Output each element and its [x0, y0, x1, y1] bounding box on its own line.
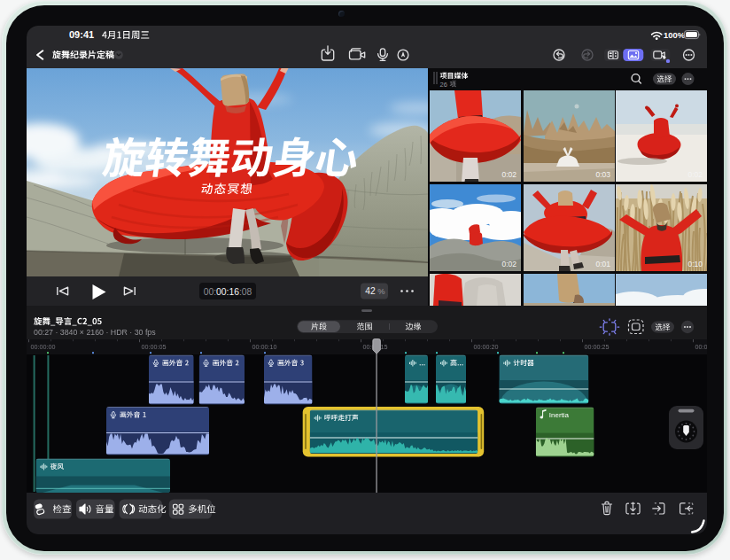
svg-text:0:02: 0:02 [501, 170, 516, 179]
svg-text:00:27 · 3840 × 2160 · HDR · 30: 00:27 · 3840 × 2160 · HDR · 30 fps [34, 328, 156, 337]
svg-text:00:00:05: 00:00:05 [142, 343, 167, 351]
svg-text:0:02: 0:02 [687, 170, 703, 179]
svg-text:0:03: 0:03 [595, 170, 610, 179]
svg-text:100%: 100% [664, 30, 686, 40]
svg-text:09:41: 09:41 [69, 29, 94, 40]
svg-text:0:01: 0:01 [595, 260, 610, 268]
svg-text:42: 42 [365, 286, 376, 296]
svg-text:00:00:16:08: 00:00:16:08 [204, 287, 252, 297]
svg-text:0:02: 0:02 [501, 260, 516, 268]
svg-text:00:00:00: 00:00:00 [31, 343, 56, 351]
svg-text:00:00:20: 00:00:20 [474, 343, 499, 351]
svg-text:Inertia: Inertia [549, 411, 570, 419]
svg-text:26: 26 [440, 81, 447, 89]
svg-text:00:00:25: 00:00:25 [585, 343, 610, 351]
svg-text:00:00:30: 00:00:30 [695, 343, 708, 351]
svg-text:0:10: 0:10 [687, 260, 703, 268]
svg-text:%: % [377, 287, 384, 296]
svg-text:00:00:10: 00:00:10 [252, 343, 277, 351]
